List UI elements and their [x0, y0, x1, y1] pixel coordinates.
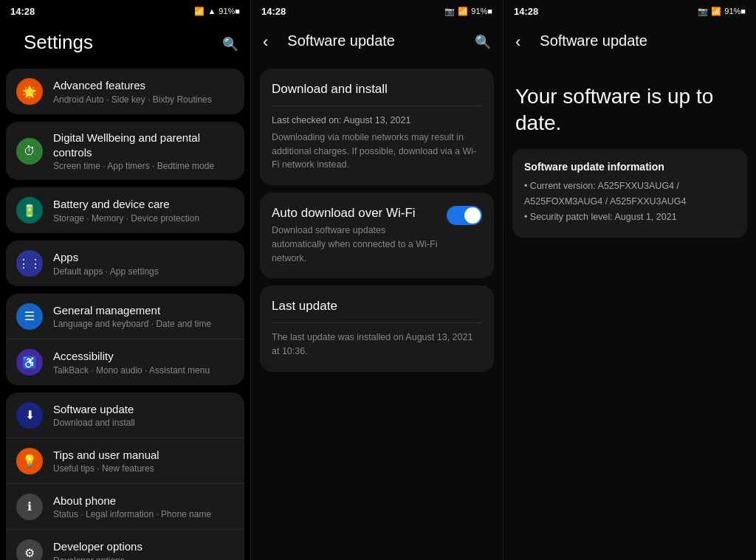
- developer-options-sub: Developer options: [53, 556, 142, 560]
- update-info-box: Software update information • Current ve…: [512, 149, 747, 238]
- tips-item[interactable]: 💡 Tips and user manual Useful tips · New…: [6, 438, 244, 484]
- developer-options-icon: ⚙: [16, 539, 43, 560]
- time-right: 14:28: [514, 6, 538, 17]
- update-status-panel: 14:28 📷 📶 91%■ ‹ Software update Your so…: [504, 0, 756, 560]
- info-box-title: Software update information: [524, 161, 735, 173]
- tips-title: Tips and user manual: [53, 448, 159, 463]
- cam-right-icon: 📷: [698, 7, 708, 16]
- about-phone-text: About phone Status · Legal information ·…: [53, 494, 211, 520]
- apps-text: Apps Default apps · App settings: [53, 250, 159, 277]
- last-update-card[interactable]: Last update The last update was installe…: [260, 286, 494, 372]
- auto-download-card[interactable]: Auto download over Wi-Fi Download softwa…: [260, 193, 494, 278]
- time-left: 14:28: [10, 6, 35, 17]
- advanced-features-title: Advanced features: [53, 78, 212, 93]
- auto-download-row: Auto download over Wi-Fi Download softwa…: [272, 206, 482, 265]
- header-left-right: ‹ Software update: [515, 27, 659, 57]
- general-management-text: General management Language and keyboard…: [53, 303, 211, 330]
- apps-title: Apps: [53, 250, 159, 265]
- settings-list: 🌟 Advanced features Android Auto · Side …: [0, 69, 250, 560]
- battery-item[interactable]: 🔋 Battery and device care Storage · Memo…: [6, 187, 244, 233]
- download-install-sub: Last checked on: August 13, 2021 Downloa…: [272, 114, 482, 172]
- settings-panel: 14:28 📶 ▲ 91%■ Settings 🔍 🌟 Advanced fea…: [0, 0, 251, 560]
- software-update-scroll[interactable]: Download and install Last checked on: Au…: [251, 64, 503, 560]
- general-management-title: General management: [53, 303, 211, 318]
- download-install-card[interactable]: Download and install Last checked on: Au…: [260, 69, 494, 185]
- about-phone-item[interactable]: ℹ About phone Status · Legal information…: [6, 484, 244, 530]
- software-update-item[interactable]: ⬇ Software update Download and install: [6, 393, 244, 438]
- update-status-header-title: Software update: [528, 27, 659, 57]
- software-update-title: Software update: [53, 402, 135, 417]
- accessibility-item[interactable]: ♿ Accessibility TalkBack · Mono audio · …: [6, 339, 244, 385]
- info-box-line2: • Security patch level: August 1, 2021: [524, 210, 735, 225]
- digital-wellbeing-group: ⏱ Digital Wellbeing and parental control…: [6, 122, 244, 180]
- battery-left: 91%■: [219, 7, 240, 15]
- general-management-sub: Language and keyboard · Date and time: [53, 319, 211, 329]
- advanced-features-icon: 🌟: [16, 78, 43, 105]
- apps-group: ⋮⋮ Apps Default apps · App settings: [6, 241, 244, 286]
- time-middle: 14:28: [261, 6, 286, 17]
- digital-wellbeing-sub: Screen time · App timers · Bedtime mode: [53, 161, 234, 171]
- developer-options-title: Developer options: [53, 539, 142, 554]
- apps-icon: ⋮⋮: [16, 250, 43, 277]
- status-icons-right: 📷 📶 91%■: [698, 7, 746, 16]
- advanced-features-text: Advanced features Android Auto · Side ke…: [53, 78, 212, 105]
- software-update-header-title: Software update: [275, 27, 407, 57]
- accessibility-title: Accessibility: [53, 349, 210, 364]
- software-update-text: Software update Download and install: [53, 402, 135, 429]
- battery-icon: 🔋: [16, 197, 43, 224]
- advanced-features-item[interactable]: 🌟 Advanced features Android Auto · Side …: [6, 69, 244, 114]
- about-phone-icon: ℹ: [16, 494, 43, 520]
- management-group: ☰ General management Language and keyboa…: [6, 294, 244, 385]
- battery-sub: Storage · Memory · Device protection: [53, 213, 199, 224]
- digital-wellbeing-icon: ⏱: [16, 138, 43, 165]
- cam-icon: 📷: [444, 7, 455, 16]
- software-group: ⬇ Software update Download and install 💡…: [6, 393, 244, 560]
- advanced-features-sub: Android Auto · Side key · Bixby Routines: [53, 94, 212, 105]
- auto-download-sub: Download software updates automatically …: [272, 224, 439, 265]
- battery-middle: 91%■: [471, 7, 492, 15]
- signal-icon: ▲: [207, 7, 216, 15]
- battery-title: Battery and device care: [53, 197, 199, 212]
- settings-scroll[interactable]: 🌟 Advanced features Android Auto · Side …: [0, 69, 250, 560]
- download-install-title: Download and install: [272, 82, 482, 97]
- software-update-panel: 14:28 📷 📶 91%■ ‹ Software update 🔍 Downl…: [251, 0, 504, 560]
- back-button-middle[interactable]: ‹: [263, 32, 268, 52]
- wifi-right-icon: 📶: [711, 7, 721, 16]
- auto-download-title: Auto download over Wi-Fi: [272, 206, 439, 221]
- about-phone-sub: Status · Legal information · Phone name: [53, 509, 211, 519]
- status-bar-middle: 14:28 📷 📶 91%■: [251, 0, 503, 21]
- status-icons-left: 📶 ▲ 91%■: [194, 7, 240, 16]
- digital-wellbeing-text: Digital Wellbeing and parental controls …: [53, 131, 234, 171]
- tips-sub: Useful tips · New features: [53, 463, 159, 474]
- update-status-scroll: Your software is up to date. Software up…: [504, 64, 756, 560]
- uptodate-message: Your software is up to date.: [504, 69, 756, 149]
- digital-wellbeing-title: Digital Wellbeing and parental controls: [53, 131, 234, 159]
- advanced-features-group: 🌟 Advanced features Android Auto · Side …: [6, 69, 244, 114]
- status-bar-right: 14:28 📷 📶 91%■: [504, 0, 756, 21]
- search-icon[interactable]: 🔍: [222, 36, 238, 52]
- header-left: ‹ Software update: [263, 27, 407, 57]
- software-update-icon: ⬇: [16, 402, 43, 429]
- wifi-mid-icon: 📶: [458, 7, 468, 16]
- toggle-knob: [464, 207, 481, 224]
- battery-right: 91%■: [724, 7, 746, 15]
- tips-icon: 💡: [16, 448, 43, 474]
- apps-item[interactable]: ⋮⋮ Apps Default apps · App settings: [6, 241, 244, 286]
- general-management-item[interactable]: ☰ General management Language and keyboa…: [6, 294, 244, 339]
- settings-title: Settings: [12, 27, 105, 61]
- info-box-line1: • Current version: A525FXXU3AUG4 / A525F…: [524, 179, 735, 210]
- digital-wellbeing-item[interactable]: ⏱ Digital Wellbeing and parental control…: [6, 122, 244, 180]
- general-management-icon: ☰: [16, 303, 43, 330]
- download-warning: Downloading via mobile networks may resu…: [272, 131, 482, 172]
- accessibility-sub: TalkBack · Mono audio · Assistant menu: [53, 365, 210, 376]
- settings-header: Settings 🔍: [0, 21, 250, 69]
- software-update-header: ‹ Software update 🔍: [251, 21, 503, 64]
- auto-download-toggle[interactable]: [447, 206, 482, 225]
- back-button-right[interactable]: ‹: [515, 32, 520, 52]
- search-icon-middle[interactable]: 🔍: [475, 34, 491, 50]
- accessibility-icon: ♿: [16, 349, 43, 376]
- developer-options-text: Developer options Developer options: [53, 539, 142, 560]
- developer-options-item[interactable]: ⚙ Developer options Developer options: [6, 530, 244, 560]
- status-bar-left: 14:28 📶 ▲ 91%■: [0, 0, 250, 21]
- wifi-icon: 📶: [194, 7, 205, 16]
